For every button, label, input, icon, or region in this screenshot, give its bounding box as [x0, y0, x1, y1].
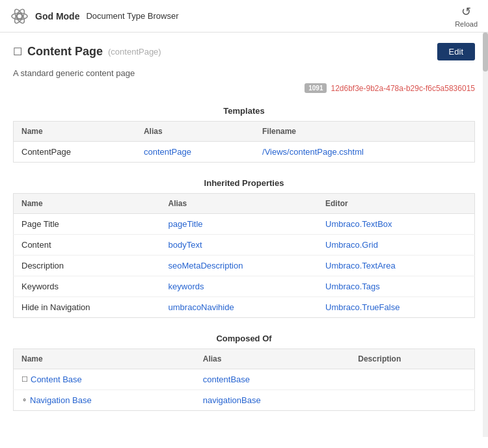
composed-header-row: Name Alias Description	[14, 349, 475, 369]
topbar: God Mode Document Type Browser ↺ Reload	[0, 0, 488, 33]
main-content: ☐ Content Page (contentPage) Edit A stan…	[0, 33, 488, 437]
inherited-editor: Umbraco.Grid	[318, 235, 475, 256]
composed-name: ☐ Content Base	[14, 369, 195, 390]
composed-name-link[interactable]: Content Base	[31, 375, 82, 384]
templates-section: Templates Name Alias Filename ContentPag…	[13, 106, 475, 163]
template-alias: contentPage	[136, 142, 254, 163]
inherited-alias: pageTitle	[161, 214, 318, 235]
table-row: ⚬ Navigation Base navigationBase	[14, 390, 475, 411]
inherited-name: Description	[14, 256, 161, 276]
inherited-editor: Umbraco.TrueFalse	[318, 297, 475, 318]
edit-button[interactable]: Edit	[437, 43, 475, 60]
guid-area: 1091 12d6bf3e-9b2a-478a-b29c-f6c5a583601…	[13, 83, 475, 93]
inherited-alias: umbracoNavihide	[161, 297, 318, 318]
godmode-icon	[10, 7, 29, 25]
composed-col-description: Description	[350, 349, 474, 369]
inherited-col-editor: Editor	[318, 194, 475, 214]
table-row: ContentPage contentPage /Views/contentPa…	[14, 142, 475, 163]
table-row: Page Title pageTitle Umbraco.TextBox	[14, 214, 475, 235]
composed-name-link[interactable]: Navigation Base	[30, 395, 92, 405]
inherited-editor: Umbraco.Tags	[318, 276, 475, 297]
table-row: ☐ Content Base contentBase	[14, 369, 475, 390]
table-row: Description seoMetaDescription Umbraco.T…	[14, 256, 475, 276]
svg-point-0	[17, 14, 22, 19]
guid-value: 12d6bf3e-9b2a-478a-b29c-f6c5a5836015	[331, 84, 475, 93]
inherited-editor: Umbraco.TextBox	[318, 214, 475, 235]
composed-description	[350, 369, 474, 390]
templates-table: Name Alias Filename ContentPage contentP…	[13, 121, 475, 163]
inherited-name: Hide in Navigation	[14, 297, 161, 318]
inherited-header-row: Name Alias Editor	[14, 194, 475, 214]
inherited-section: Inherited Properties Name Alias Editor P…	[13, 178, 475, 318]
templates-col-filename: Filename	[254, 122, 474, 142]
inherited-col-name: Name	[14, 194, 161, 214]
scrollbar-thumb[interactable]	[483, 33, 488, 72]
inherited-title: Inherited Properties	[13, 178, 475, 188]
inherited-alias: keywords	[161, 276, 318, 297]
inherited-alias: bodyText	[161, 235, 318, 256]
reload-label: Reload	[455, 20, 478, 28]
composed-col-alias: Alias	[195, 349, 351, 369]
table-row: Hide in Navigation umbracoNavihide Umbra…	[14, 297, 475, 318]
composed-alias: navigationBase	[195, 390, 351, 411]
table-row: Keywords keywords Umbraco.Tags	[14, 276, 475, 297]
composed-table: Name Alias Description ☐ Content Base co…	[13, 349, 475, 411]
inherited-alias: seoMetaDescription	[161, 256, 318, 276]
reload-icon: ↺	[461, 5, 471, 19]
godmode-label: God Mode	[35, 11, 79, 21]
topbar-left: God Mode Document Type Browser	[10, 7, 179, 25]
composed-section: Composed Of Name Alias Description ☐ Con…	[13, 334, 475, 411]
inherited-name: Keywords	[14, 276, 161, 297]
inherited-name: Content	[14, 235, 161, 256]
document-icon: ☐	[13, 46, 22, 58]
templates-header-row: Name Alias Filename	[14, 122, 475, 142]
inherited-editor: Umbraco.TextArea	[318, 256, 475, 276]
composed-description	[350, 390, 474, 411]
composed-name: ⚬ Navigation Base	[14, 390, 195, 411]
page-title: Content Page	[27, 45, 103, 59]
table-row: Content bodyText Umbraco.Grid	[14, 235, 475, 256]
templates-col-name: Name	[14, 122, 136, 142]
page-description: A standard generic content page	[13, 68, 475, 78]
template-name: ContentPage	[14, 142, 136, 163]
browser-label: Document Type Browser	[86, 11, 178, 21]
reload-button[interactable]: ↺ Reload	[455, 5, 478, 28]
inherited-col-alias: Alias	[161, 194, 318, 214]
nav-icon: ⚬	[21, 396, 27, 404]
page-title-area: ☐ Content Page (contentPage)	[13, 45, 161, 59]
templates-title: Templates	[13, 106, 475, 116]
page-header: ☐ Content Page (contentPage) Edit	[13, 43, 475, 60]
scrollbar-track[interactable]	[483, 33, 488, 437]
inherited-name: Page Title	[14, 214, 161, 235]
template-filename: /Views/contentPage.cshtml	[254, 142, 474, 163]
composed-title: Composed Of	[13, 334, 475, 343]
page-alias: (contentPage)	[108, 47, 161, 57]
document-icon: ☐	[21, 375, 28, 384]
composed-alias: contentBase	[195, 369, 351, 390]
composed-col-name: Name	[14, 349, 195, 369]
templates-col-alias: Alias	[136, 122, 254, 142]
guid-badge: 1091	[305, 83, 327, 93]
inherited-table: Name Alias Editor Page Title pageTitle U…	[13, 193, 475, 318]
